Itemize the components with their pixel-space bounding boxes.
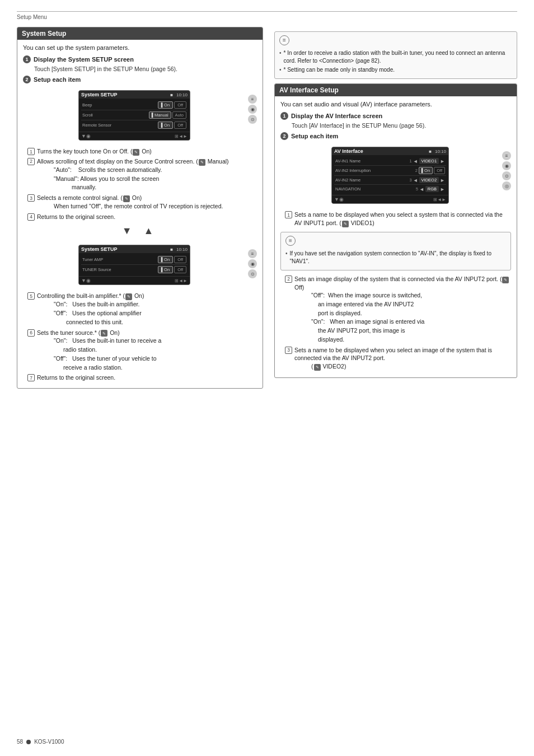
sys-item-3-text: Selects a remote control signal. (✎ On) <box>37 194 142 201</box>
side-icon-5: ◉ <box>248 259 257 268</box>
sys-item-2-sub2: "Manual": Allows you to scroll the scree… <box>54 175 257 184</box>
av-screen-time: 10:10 <box>435 149 446 154</box>
av-note-1: • If you have set the navigation system … <box>285 250 506 265</box>
header-rule <box>17 11 517 12</box>
sys-item-2-sub1: "Auto": Scrolls the screen automatically… <box>54 166 257 175</box>
sys-item-6-sub1: "On": Uses the built-in tuner to receive… <box>54 337 257 346</box>
screen1-row-remote: Remote Sensor ▌On Off <box>81 120 188 130</box>
av-item-2-sub1: "Off": When the image source is switched… <box>311 291 511 300</box>
sys-item-2-content: Allows scrolling of text display on the … <box>37 157 257 192</box>
av-note-box: ≡ • If you have set the navigation syste… <box>280 232 511 270</box>
av-row-4: NAVIGATION 5 ◄ RGB ► <box>334 185 446 193</box>
av-screen-page: ■ <box>429 149 432 154</box>
sys-item-5-content: Controlling the built-in amplifier.* (✎ … <box>37 292 257 326</box>
sys-item-4-text: Returns to the original screen. <box>37 213 257 221</box>
edit-icon-5: ✎ <box>125 293 132 300</box>
screen2-row-tunersource: TUNER Source ▌On Off <box>81 265 188 274</box>
note-2-dot: • <box>279 66 282 74</box>
edit-icon-3: ✎ <box>123 195 130 202</box>
sys-item-6-sub2b: receive a radio station. <box>63 363 257 372</box>
av-edit-icon-3: ✎ <box>314 364 321 371</box>
system-setup-content: You can set up the system parameters. 1 … <box>17 40 263 388</box>
sys-item-6-sub1b: radio station. <box>63 346 257 354</box>
right-column: ≡ • * In order to receive a radio statio… <box>274 27 517 396</box>
av-item-3-content: Sets a name to be displayed when you sel… <box>294 346 511 371</box>
av-item-3-sub: (✎ VIDEO2) <box>311 362 511 371</box>
av-bottom-left: ▼◉ <box>334 197 344 202</box>
av-screen-bottom: ▼◉ ⊞◄► <box>332 195 448 203</box>
screen1-header: System SETUP ■ 10:10 <box>79 91 190 99</box>
side-icon-1: ≡ <box>248 95 257 104</box>
av-step1-desc: Touch [AV Interface] in the SETUP Menu (… <box>292 122 511 129</box>
av-interface-screen: AV Interface ■ 10:10 AV-IN1 Name <box>331 147 449 204</box>
screen1-time: 10:10 <box>176 92 188 97</box>
step2-text: Setup each item <box>34 76 81 83</box>
side-icon-4: ≡ <box>248 249 257 258</box>
sys-item-2: 2 Allows scrolling of text display on th… <box>27 157 257 192</box>
av-screen-container: AV Interface ■ 10:10 AV-IN1 Name <box>280 143 511 207</box>
av-badge-2: 2 <box>285 276 292 283</box>
screen1-title: System SETUP <box>81 92 118 97</box>
av-step1-header: 1 Display the AV Interface screen <box>280 112 511 120</box>
sys-item-2-text: Allows scrolling of text display on the … <box>37 158 229 165</box>
screen1-nav-icon: ⊞◄► <box>175 134 188 139</box>
av-item-2-sub2: "On": When an image signal is entered vi… <box>311 318 511 326</box>
av-row-3: AV-IN2 Name 3 ◄ VIDEO2 ► <box>334 176 446 185</box>
av-side-icon-4: ◎ <box>502 181 511 190</box>
system-setup-screen2: System SETUP ■ 10:10 Tuner AMP <box>78 245 190 285</box>
screen2-bottom: ▼◉ ⊞◄► <box>79 276 190 284</box>
screen2-icons: ■ 10:10 <box>170 247 188 252</box>
av-step2-circle: 2 <box>280 132 288 140</box>
av-item-2-sub2c: displayed. <box>318 335 511 344</box>
av-item-2-sub1b: an image entered via the AV INPUT2 <box>318 300 511 309</box>
av-badge-3: 3 <box>285 347 292 354</box>
left-column: System Setup You can set up the system p… <box>17 27 263 396</box>
av-item-1-text: Sets a name to be displayed when you sel… <box>294 211 503 226</box>
sys-item-5-text: Controlling the built-in amplifier.* (✎ … <box>37 292 144 299</box>
av-item-3-text: Sets a name to be displayed when you sel… <box>294 347 492 362</box>
side-icon-6: ⊙ <box>248 269 257 278</box>
screen2-time: 10:10 <box>176 247 188 252</box>
av-item-2-sub1c: port is displayed. <box>318 309 511 318</box>
screen1-page: ■ <box>170 92 173 97</box>
av-item-2-content: Sets an image display of the system that… <box>294 275 511 344</box>
side-icon-3: ⊙ <box>248 115 257 124</box>
system-setup-screen1: System SETUP ■ 10:10 Beep <box>78 90 190 141</box>
av-side-icons: ≡ ◉ ⊙ ◎ <box>502 151 511 190</box>
sys-badge-4: 4 <box>27 213 35 221</box>
sys-item-7: 7 Returns to the original screen. <box>27 374 257 382</box>
av-edit-icon-2: ✎ <box>502 277 509 283</box>
step1-header: 1 Display the System SETUP screen <box>23 55 257 63</box>
screen2-nav-icon: ⊞◄► <box>175 278 188 283</box>
notes-icon-row: ≡ <box>279 35 512 47</box>
av-note-icon-row: ≡ <box>285 236 506 248</box>
system-setup-section: System Setup You can set up the system p… <box>17 27 263 389</box>
sys-item-1-text: Turns the key touch tone On or Off. (✎ O… <box>37 147 257 156</box>
av-screen-inner: AV-IN1 Name 1 ◄ VIDEO1 ► <box>332 155 448 195</box>
sys-badge-1: 1 <box>27 148 35 155</box>
sys-item-1: 1 Turns the key touch tone On or Off. (✎… <box>27 147 257 156</box>
av-item-2-sub2b: the AV INPUT2 port, this image is <box>318 326 511 335</box>
step2-header: 2 Setup each item <box>23 76 257 83</box>
av-side-icon-2: ◉ <box>502 161 511 170</box>
screen2-container: System SETUP ■ 10:10 Tuner AMP <box>23 241 257 288</box>
section-label: Setup Menu <box>17 14 517 20</box>
note-1: • * In order to receive a radio station … <box>279 49 512 65</box>
page-container: Setup Menu System Setup You can set up t… <box>0 0 534 756</box>
screen1-icons: ■ 10:10 <box>170 92 188 97</box>
sys-item-5-sub1: "On": Uses the built-in amplifier. <box>54 300 257 309</box>
footer-page-number: 58 <box>17 739 23 745</box>
av-screen-header: AV Interface ■ 10:10 <box>332 147 448 155</box>
screen1-container: System SETUP ■ 10:10 Beep <box>23 87 257 144</box>
sys-item-5-sub2b: connected to this unit. <box>66 318 257 327</box>
av-interface-title: AV Interface Setup <box>275 84 517 96</box>
av-step1-circle: 1 <box>280 112 288 120</box>
av-side-icon-3: ⊙ <box>502 171 511 180</box>
av-row-1: AV-IN1 Name 1 ◄ VIDEO1 ► <box>334 157 446 166</box>
system-items-1-4: 1 Turns the key touch tone On or Off. (✎… <box>27 147 257 221</box>
nav-arrows: ▼ ▲ <box>23 225 257 237</box>
note-1-dot: • <box>279 49 282 57</box>
sys-item-7-text: Returns to the original screen. <box>37 374 257 382</box>
screen1-row-scroll: Scroll ▌Manual Auto <box>81 110 188 120</box>
system-setup-title: System Setup <box>17 27 263 40</box>
